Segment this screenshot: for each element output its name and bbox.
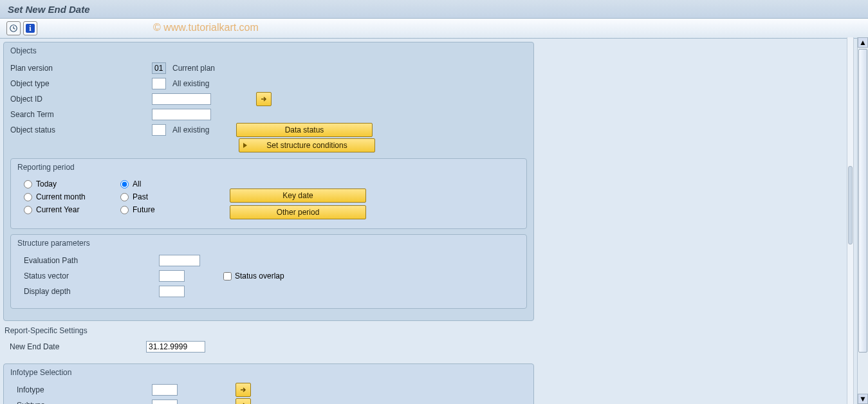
- subtype-input[interactable]: [152, 399, 178, 404]
- arrow-right-icon: [260, 95, 268, 103]
- infotype-selection-title: Infotype Selection: [10, 368, 527, 377]
- radio-future[interactable]: Future: [120, 205, 217, 214]
- evaluation-path-label: Evaluation Path: [24, 256, 159, 265]
- new-end-date-input[interactable]: [146, 341, 205, 353]
- infotype-label: Infotype: [17, 385, 152, 394]
- other-period-button-label: Other period: [277, 208, 320, 217]
- scroll-handle[interactable]: [848, 166, 853, 244]
- other-period-button[interactable]: Other period: [230, 205, 366, 219]
- evaluation-path-input[interactable]: [159, 255, 200, 266]
- vertical-scrollbar-outer[interactable]: ▲ ▼: [857, 37, 868, 404]
- title-bar: Set New End Date: [0, 0, 868, 19]
- key-date-button[interactable]: Key date: [230, 188, 366, 203]
- page-title: Set New End Date: [8, 4, 90, 15]
- status-vector-input[interactable]: [159, 270, 185, 282]
- content-wrap: Objects Plan version Current plan Object…: [0, 39, 868, 404]
- structure-parameters-group: Structure parameters Evaluation Path Sta…: [10, 234, 527, 309]
- data-status-button[interactable]: Data status: [236, 123, 373, 137]
- scroll-up-arrow-icon[interactable]: ▲: [858, 37, 868, 48]
- status-overlap-label: Status overlap: [235, 271, 284, 280]
- radio-today[interactable]: Today: [24, 179, 120, 188]
- object-status-desc: All existing: [172, 125, 209, 134]
- objects-group: Objects Plan version Current plan Object…: [3, 42, 534, 321]
- objects-group-title: Objects: [10, 46, 527, 55]
- radio-all[interactable]: All: [120, 179, 217, 188]
- arrow-right-icon: [239, 386, 247, 394]
- plan-version-input[interactable]: [152, 62, 166, 74]
- radio-current-month[interactable]: Current month: [24, 192, 120, 201]
- object-type-desc: All existing: [172, 79, 209, 88]
- radio-current-year[interactable]: Current Year: [24, 205, 120, 214]
- object-id-input[interactable]: [152, 93, 211, 105]
- scroll-down-arrow-icon[interactable]: ▼: [858, 394, 868, 404]
- subtype-multi-select-button[interactable]: [235, 398, 251, 404]
- radio-current-year-label: Current Year: [36, 205, 79, 214]
- status-overlap-checkbox[interactable]: Status overlap: [223, 271, 284, 280]
- radio-current-month-label: Current month: [36, 192, 86, 201]
- object-type-input[interactable]: [152, 78, 166, 89]
- arrow-right-icon: [239, 401, 247, 404]
- object-id-label: Object ID: [10, 95, 152, 104]
- search-term-label: Search Term: [10, 110, 152, 119]
- clock-execute-icon: [9, 24, 18, 33]
- object-status-label: Object status: [10, 125, 152, 134]
- infotype-selection-group: Infotype Selection Infotype Subtype Exis…: [3, 363, 534, 404]
- status-vector-label: Status vector: [24, 271, 159, 280]
- radio-today-label: Today: [36, 179, 57, 188]
- radio-future-label: Future: [133, 205, 155, 214]
- info-button[interactable]: i: [23, 21, 37, 35]
- object-id-multi-select-button[interactable]: [256, 92, 272, 106]
- display-depth-input[interactable]: [159, 286, 185, 297]
- infotype-input[interactable]: [152, 384, 178, 396]
- plan-version-label: Plan version: [10, 64, 152, 73]
- reporting-period-group: Reporting period Today Current month Cur…: [10, 158, 527, 229]
- reporting-period-title: Reporting period: [17, 163, 520, 172]
- info-icon: i: [26, 24, 35, 33]
- search-term-input[interactable]: [152, 109, 211, 120]
- set-structure-conditions-label: Set structure conditions: [266, 141, 347, 150]
- key-date-button-label: Key date: [282, 191, 313, 200]
- subtype-label: Subtype: [17, 401, 152, 404]
- radio-all-label: All: [133, 179, 141, 188]
- radio-past[interactable]: Past: [120, 192, 217, 201]
- radio-past-label: Past: [133, 192, 148, 201]
- scroll-handle[interactable]: [858, 49, 867, 353]
- toolbar: i: [0, 19, 868, 39]
- data-status-button-label: Data status: [285, 125, 324, 134]
- execute-button[interactable]: [6, 21, 21, 35]
- infotype-multi-select-button[interactable]: [235, 383, 251, 397]
- selection-screen: Objects Plan version Current plan Object…: [0, 39, 537, 404]
- plan-version-desc: Current plan: [172, 64, 215, 73]
- structure-parameters-title: Structure parameters: [17, 239, 520, 248]
- set-structure-conditions-button[interactable]: Set structure conditions: [239, 138, 375, 152]
- report-specific-title: Report-Specific Settings: [5, 326, 534, 335]
- object-type-label: Object type: [10, 79, 152, 88]
- vertical-scrollbar-inner[interactable]: [847, 37, 854, 404]
- right-empty-area: [537, 39, 868, 404]
- display-depth-label: Display depth: [24, 287, 159, 296]
- object-status-input[interactable]: [152, 124, 166, 136]
- new-end-date-label: New End Date: [10, 342, 146, 351]
